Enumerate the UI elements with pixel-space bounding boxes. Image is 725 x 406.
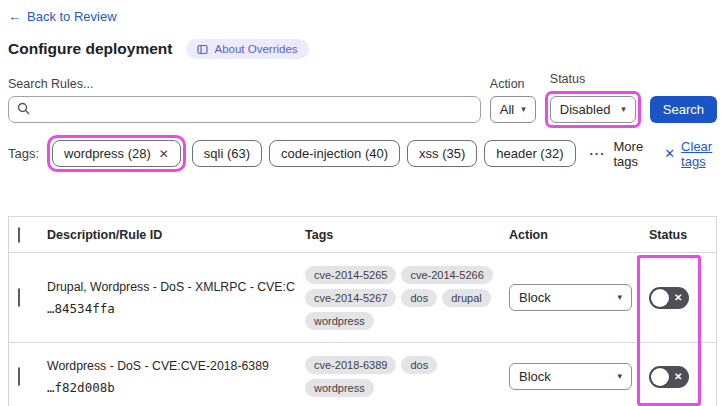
tag-pill-label: sqli (63) <box>204 146 250 161</box>
status-filter-label: Status <box>550 72 641 86</box>
rule-tags: cve-2014-5265 cve-2014-5266 cve-2014-526… <box>305 266 509 330</box>
status-toggle[interactable]: ✕ <box>649 366 689 388</box>
rule-description: Drupal, Wordpress - DoS - XMLRPC - CVE:C… <box>47 280 295 294</box>
tag-pill-sqli[interactable]: sqli (63) <box>192 140 262 167</box>
tag-pill-label: header (32) <box>496 146 563 161</box>
action-select[interactable]: Block ▾ <box>509 284 632 311</box>
annotation-box-selected-tag: wordpress (28) ✕ <box>47 135 186 172</box>
rules-table-wrap: Description/Rule ID Tags Action Status D… <box>8 216 717 406</box>
rules-table: Description/Rule ID Tags Action Status D… <box>8 216 717 406</box>
tag-chip: dos <box>401 289 437 307</box>
search-button[interactable]: Search <box>650 96 717 123</box>
remove-tag-icon[interactable]: ✕ <box>159 147 169 161</box>
status-filter-group: Status Disabled ▾ <box>545 72 641 123</box>
tag-pill-label: code-injection (40) <box>281 146 388 161</box>
back-arrow-icon: ← <box>8 9 21 24</box>
tag-chip: drupal <box>442 289 491 307</box>
back-link-label: Back to Review <box>27 9 117 24</box>
page-title: Configure deployment <box>8 40 172 58</box>
rule-tags: cve-2018-6389 dos wordpress <box>305 356 509 397</box>
ellipsis-icon: ··· <box>590 146 606 161</box>
action-select-value: Block <box>519 369 551 384</box>
rule-id: …84534ffa <box>47 301 295 316</box>
tag-chip: cve-2014-5266 <box>401 266 492 284</box>
chevron-down-icon: ▾ <box>617 372 622 381</box>
about-overrides-label: About Overrides <box>214 43 297 55</box>
rule-description: Wordpress - DoS - CVE:CVE-2018-6389 <box>47 359 295 373</box>
chevron-down-icon: ▾ <box>621 105 626 114</box>
tag-chip: wordpress <box>305 312 374 330</box>
chevron-down-icon: ▾ <box>617 293 622 302</box>
action-filter-label: Action <box>490 77 536 91</box>
header-action: Action <box>509 228 649 242</box>
tags-bar: Tags: wordpress (28) ✕ sqli (63) code-in… <box>8 135 717 172</box>
configure-deployment-page: ← Back to Review Configure deployment Ab… <box>0 0 725 406</box>
header-tags: Tags <box>305 228 509 242</box>
action-filter-select[interactable]: All ▾ <box>490 96 536 123</box>
action-filter-value: All <box>500 102 514 117</box>
table-row: Wordpress - DoS - CVE:CVE-2018-6389 …f82… <box>9 343 716 406</box>
annotation-box-status-filter: Disabled ▾ <box>545 91 641 128</box>
tag-pill-label: wordpress (28) <box>64 146 151 161</box>
tag-pill-wordpress[interactable]: wordpress (28) ✕ <box>52 140 181 167</box>
header-status: Status <box>649 228 716 242</box>
search-group: Search Rules... <box>8 77 481 123</box>
search-input[interactable] <box>37 102 472 117</box>
toggle-x-icon: ✕ <box>674 372 682 382</box>
action-select[interactable]: Block ▾ <box>509 363 632 390</box>
about-overrides-badge[interactable]: About Overrides <box>186 39 308 59</box>
status-filter-select[interactable]: Disabled ▾ <box>550 96 636 123</box>
tag-chip: cve-2014-5265 <box>305 266 396 284</box>
row-checkbox[interactable] <box>18 367 20 386</box>
tag-pill-label: xss (35) <box>419 146 465 161</box>
search-box[interactable] <box>8 96 481 123</box>
table-row: Drupal, Wordpress - DoS - XMLRPC - CVE:C… <box>9 253 716 343</box>
tag-chip: dos <box>401 356 437 374</box>
status-toggle[interactable]: ✕ <box>649 287 689 309</box>
chevron-down-icon: ▾ <box>521 105 526 114</box>
search-icon <box>17 101 30 119</box>
back-to-review-link[interactable]: ← Back to Review <box>8 9 117 24</box>
search-rules-label: Search Rules... <box>8 77 481 91</box>
more-tags-button[interactable]: ··· More tags <box>590 139 647 169</box>
tag-pill-xss[interactable]: xss (35) <box>407 140 477 167</box>
status-filter-value: Disabled <box>560 102 611 117</box>
clear-tags-link[interactable]: ✕ Clear tags <box>664 139 717 169</box>
rule-id: …f82d008b <box>47 380 295 395</box>
toggle-x-icon: ✕ <box>674 293 682 303</box>
clear-tags-label: Clear tags <box>681 139 717 169</box>
toggle-knob <box>651 368 669 386</box>
action-select-value: Block <box>519 290 551 305</box>
tag-pill-code-injection[interactable]: code-injection (40) <box>269 140 400 167</box>
clear-tags-icon: ✕ <box>664 146 675 161</box>
book-icon <box>197 44 208 55</box>
select-all-checkbox[interactable] <box>18 227 20 243</box>
tag-pill-header[interactable]: header (32) <box>484 140 575 167</box>
table-header-row: Description/Rule ID Tags Action Status <box>9 217 716 253</box>
header-description: Description/Rule ID <box>39 228 305 242</box>
filter-row: Search Rules... Action All ▾ Status <box>8 72 717 123</box>
tag-chip: cve-2018-6389 <box>305 356 396 374</box>
title-row: Configure deployment About Overrides <box>8 39 717 59</box>
tag-chip: cve-2014-5267 <box>305 289 396 307</box>
action-filter-group: Action All ▾ <box>490 77 536 123</box>
tag-chip: wordpress <box>305 379 374 397</box>
tags-label: Tags: <box>8 146 39 161</box>
row-checkbox[interactable] <box>18 288 20 307</box>
more-tags-label: More tags <box>614 139 647 169</box>
toggle-knob <box>651 289 669 307</box>
